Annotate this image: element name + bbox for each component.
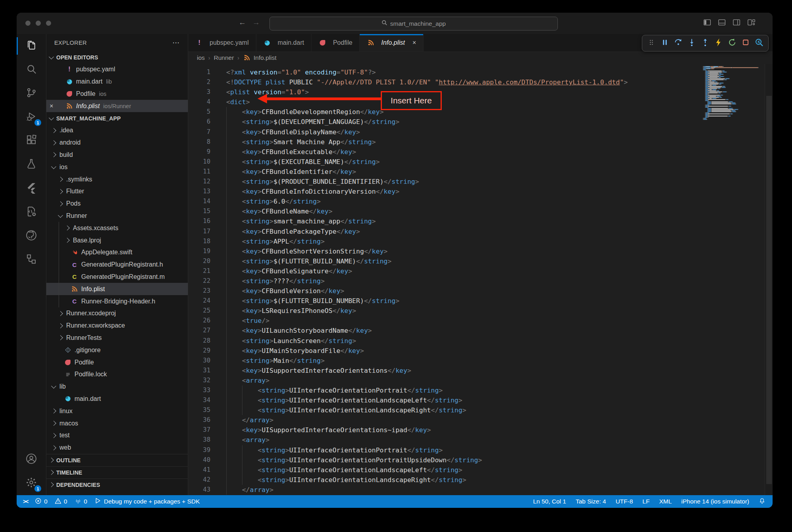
tab-Podfile[interactable]: Podfile xyxy=(311,34,360,51)
code-line[interactable]: 25<key>LSRequiresIPhoneOS</key> xyxy=(188,306,765,316)
breadcrumb-item-Runner[interactable]: Runner xyxy=(214,54,234,61)
tree-item-.gitignore[interactable]: .gitignore xyxy=(46,344,188,356)
status-ln-50-col-1[interactable]: Ln 50, Col 1 xyxy=(533,498,566,505)
code-line[interactable]: 29<key>UIMainStoryboardFile</key> xyxy=(188,346,765,356)
tree-item-Podfile[interactable]: Podfile xyxy=(46,356,188,368)
code-line[interactable]: 9<key>CFBundleExecutable</key> xyxy=(188,147,765,157)
tree-item-Runner-Bridging-Header.h[interactable]: CRunner-Bridging-Header.h xyxy=(46,295,188,307)
activity-item-run-and-debug[interactable]: 1 xyxy=(17,105,46,129)
tree-item-Flutter[interactable]: Flutter xyxy=(46,185,188,198)
status-debug-launch[interactable]: Debug my code + packages + SDK xyxy=(94,497,200,506)
widget-inspector-button[interactable] xyxy=(752,36,766,50)
status-xml[interactable]: XML xyxy=(659,498,672,505)
status-ports[interactable]: 0 xyxy=(74,498,88,506)
editor-scrollbar[interactable] xyxy=(765,64,773,495)
step-into-button[interactable] xyxy=(685,36,698,50)
code-line[interactable]: 16<string>smart_machine_app</string> xyxy=(188,216,765,226)
code-line[interactable]: 21<key>CFBundleSignature</key> xyxy=(188,266,765,276)
code-line[interactable]: 38<array> xyxy=(188,435,765,445)
code-line[interactable]: 6<string>$(DEVELOPMENT_LANGUAGE)</string… xyxy=(188,117,765,127)
code-line[interactable]: 24<string>$(FLUTTER_BUILD_NUMBER)</strin… xyxy=(188,296,765,306)
code-line[interactable]: 23<key>CFBundleVersion</key> xyxy=(188,286,765,296)
code-line[interactable]: 35<string>UIInterfaceOrientationLandscap… xyxy=(188,405,765,415)
status-warnings[interactable]: 0 xyxy=(55,498,67,506)
code-line[interactable]: 32<array> xyxy=(188,376,765,385)
code-line[interactable]: 40<string>UIInterfaceOrientationPortrait… xyxy=(188,455,765,465)
code-line[interactable]: 2<!DOCTYPE plist PUBLIC "-//Apple//DTD P… xyxy=(188,77,765,87)
history-back-button[interactable]: ← xyxy=(239,18,246,27)
tree-item-.symlinks[interactable]: .symlinks xyxy=(46,173,188,185)
breadcrumb-item-ios[interactable]: ios xyxy=(197,54,205,61)
activity-item-testing[interactable] xyxy=(17,153,46,177)
restart-button[interactable] xyxy=(725,36,739,50)
tree-item-GeneratedPluginRegistrant.h[interactable]: CGeneratedPluginRegistrant.h xyxy=(46,259,188,271)
code-line[interactable]: 20<string>$(FLUTTER_BUILD_NAME)</string> xyxy=(188,256,765,266)
toggle-secondary-sidebar-button[interactable] xyxy=(732,18,741,27)
open-editor-pubspec.yaml[interactable]: !pubspec.yaml xyxy=(46,63,188,76)
status-bell[interactable] xyxy=(759,498,765,506)
open-editor-Info.plist[interactable]: ×Info.plistios/Runner xyxy=(46,100,188,112)
tree-item-lib[interactable]: lib xyxy=(46,381,188,393)
code-line[interactable]: 3<plist version="1.0"> xyxy=(188,87,765,97)
tab-main.dart[interactable]: main.dart xyxy=(256,34,312,51)
code-line[interactable]: 15<key>CFBundleName</key> xyxy=(188,206,765,216)
code-line[interactable]: 14<string>6.0</string> xyxy=(188,196,765,206)
code-line[interactable]: 19<key>CFBundleShortVersionString</key> xyxy=(188,246,765,256)
activity-item-flutter[interactable] xyxy=(17,177,46,200)
tree-item-test[interactable]: test xyxy=(46,429,188,442)
code-line[interactable]: 41<string>UIInterfaceOrientationLandscap… xyxy=(188,465,765,475)
code-line[interactable]: 10<string>$(EXECUTABLE_NAME)</string> xyxy=(188,157,765,167)
workspace-root-header[interactable]: SMART_MACHINE_APP xyxy=(46,112,188,124)
code-line[interactable]: 37<key>UISupportedInterfaceOrientations~… xyxy=(188,425,765,435)
code-line[interactable]: 36</array> xyxy=(188,415,765,425)
customize-layout-button[interactable] xyxy=(746,18,756,27)
step-out-button[interactable] xyxy=(698,36,712,50)
status-utf-8[interactable]: UTF-8 xyxy=(616,498,633,505)
status-lf[interactable]: LF xyxy=(643,498,650,505)
tree-item-build[interactable]: build xyxy=(46,149,188,161)
tab-pubspec.yaml[interactable]: !pubspec.yaml xyxy=(188,34,256,51)
tree-item-Base.lproj[interactable]: Base.lproj xyxy=(46,234,188,246)
code-line[interactable]: 18<string>APPL</string> xyxy=(188,236,765,246)
history-forward-button[interactable]: → xyxy=(252,18,260,27)
activity-item-github[interactable] xyxy=(17,224,46,248)
activity-item-source-control[interactable] xyxy=(17,82,46,105)
activity-item-settings[interactable]: 1 xyxy=(17,471,46,495)
tree-item-RunnerTests[interactable]: RunnerTests xyxy=(46,332,188,344)
tab-Info.plist[interactable]: Info.plist× xyxy=(360,34,424,51)
tree-item-Runner.xcworkspace[interactable]: Runner.xcworkspace xyxy=(46,320,188,332)
tree-item-Info.plist[interactable]: Info.plist xyxy=(46,283,188,295)
code-line[interactable]: 31<key>UISupportedInterfaceOrientations<… xyxy=(188,366,765,376)
tree-item-Podfile.lock[interactable]: Podfile.lock xyxy=(46,368,188,381)
code-line[interactable]: 8<string>Smart Machine App</string> xyxy=(188,137,765,147)
section-timeline[interactable]: TIMELINE xyxy=(46,466,188,479)
code-line[interactable]: 42<string>UIInterfaceOrientationLandscap… xyxy=(188,475,765,485)
sidebar-more-actions-icon[interactable]: ⋯ xyxy=(172,38,180,47)
hot-reload-button[interactable] xyxy=(712,36,725,50)
tree-item-android[interactable]: android xyxy=(46,137,188,149)
close-tab-icon[interactable]: × xyxy=(412,39,416,46)
code-line[interactable]: 34<string>UIInterfaceOrientationLandscap… xyxy=(188,395,765,405)
code-line[interactable]: 26<true/> xyxy=(188,316,765,326)
tree-item-ios[interactable]: ios xyxy=(46,161,188,173)
breadcrumb-file[interactable]: Info.plist xyxy=(243,54,277,61)
activity-item-explorer[interactable] xyxy=(17,34,46,58)
close-window-button[interactable] xyxy=(25,21,31,26)
stop-button[interactable] xyxy=(739,36,752,50)
tree-item-Runner.xcodeproj[interactable]: Runner.xcodeproj xyxy=(46,307,188,320)
tree-item-Assets.xcassets[interactable]: Assets.xcassets xyxy=(46,222,188,234)
code-line[interactable]: 7<key>CFBundleDisplayName</key> xyxy=(188,127,765,137)
code-line[interactable]: 28<string>LaunchScreen</string> xyxy=(188,336,765,346)
minimap[interactable] xyxy=(701,65,766,123)
toggle-primary-sidebar-button[interactable] xyxy=(702,18,712,27)
code-line[interactable]: 22<string>????</string> xyxy=(188,276,765,286)
activity-item-hierarchy[interactable] xyxy=(17,248,46,272)
toggle-panel-button[interactable] xyxy=(717,18,727,27)
activity-item-search[interactable] xyxy=(17,58,46,82)
code-line[interactable]: 5<key>CFBundleDevelopmentRegion</key> xyxy=(188,107,765,117)
minimize-window-button[interactable] xyxy=(36,21,41,26)
status-remote[interactable]: >< xyxy=(23,498,28,505)
code-line[interactable]: 1<?xml version="1.0" encoding="UTF-8"?> xyxy=(188,67,765,77)
tree-item-AppDelegate.swift[interactable]: AppDelegate.swift xyxy=(46,246,188,259)
open-editor-Podfile[interactable]: Podfileios xyxy=(46,88,188,100)
